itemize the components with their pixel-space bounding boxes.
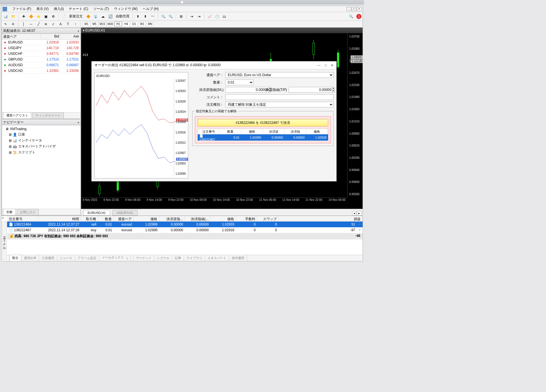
tab-symbols[interactable]: 通貨ペアリスト [3, 112, 31, 118]
market-watch-row[interactable]: ◆GBPUSD1.175101.17531 [2, 57, 80, 62]
terminal-icon[interactable]: ▣ [43, 13, 49, 20]
timeframe-M1[interactable]: M1 [83, 22, 90, 26]
new-order-button[interactable]: 新規注文 [68, 14, 84, 19]
term-col[interactable]: 決済逆指... [159, 216, 185, 221]
term-col[interactable]: 価格 [134, 216, 159, 221]
text-icon[interactable]: A [57, 21, 64, 27]
timeframe-M5[interactable]: M5 [91, 22, 98, 26]
terminal-tab[interactable]: エキスパート [205, 255, 229, 261]
input-tp[interactable]: ▲▼ [289, 87, 317, 93]
terminal-tab[interactable]: 操作履歴 [229, 255, 247, 261]
zoom-in-icon[interactable]: 🔍 [160, 13, 166, 20]
timeframe-MN[interactable]: MN [146, 22, 154, 26]
menu-view[interactable]: 表示 (V) [34, 6, 51, 12]
meta-icon[interactable]: 🔶 [85, 13, 91, 20]
term-col[interactable]: 時間 [38, 216, 81, 221]
search-icon[interactable]: 🔍 [348, 13, 354, 20]
select-volume[interactable]: 0.01 [225, 80, 254, 85]
tab-favorites[interactable]: お気に入り [17, 209, 39, 215]
line-chart-icon[interactable]: 〰 [150, 13, 156, 20]
term-col[interactable]: 価格 [210, 216, 236, 221]
tile-icon[interactable]: ⊞ [178, 13, 184, 20]
terminal-close-icon[interactable]: × [2, 216, 4, 220]
vline-icon[interactable]: │ [20, 21, 27, 27]
opposite-order-row[interactable]: 📄 1362224670.011.029850.000000.000001.02… [198, 134, 328, 141]
market-watch-row[interactable]: ◆AUDUSD0.666710.66687 [2, 62, 80, 68]
menu-chart[interactable]: チャート (C) [67, 6, 90, 12]
terminal-tab[interactable]: 記事 [172, 255, 184, 261]
new-chart-icon[interactable]: 📊 [3, 13, 9, 20]
tree-item[interactable]: ⊞🤖エキスパートアドバイザ [3, 143, 79, 149]
zoom-out-icon[interactable]: 🔍 [167, 13, 174, 20]
maximize-button[interactable]: □ [352, 7, 356, 11]
chart-tab[interactable]: USDJPY,H1 [112, 210, 138, 216]
dialog-close-icon[interactable]: ✕ [331, 63, 334, 67]
menu-file[interactable]: ファイル (F) [10, 6, 34, 12]
market-watch-row[interactable]: ◆USDCHF0.947710.94790 [2, 51, 80, 57]
signal-icon[interactable]: 📡 [92, 13, 99, 20]
terminal-tab[interactable]: シグナル [154, 255, 172, 261]
term-col[interactable]: スワップ [257, 216, 279, 221]
shift-icon[interactable]: ⇥ [189, 13, 195, 20]
tree-item[interactable]: ⊞📊インディケータ [3, 137, 79, 143]
autotrade-icon[interactable]: 🔄 [107, 13, 113, 20]
order-icon[interactable]: 📄 [61, 13, 67, 20]
indicator-icon[interactable]: 📈 [206, 13, 213, 20]
timeframe-M30[interactable]: M30 [107, 22, 114, 26]
timeframe-D1[interactable]: D1 [131, 22, 138, 26]
terminal-tab[interactable]: マーケット [133, 255, 154, 261]
crosshair-icon[interactable]: ✛ [10, 21, 16, 27]
autoscroll-icon[interactable]: ⇥ [196, 13, 202, 20]
term-col[interactable]: 決済指値(... [185, 216, 210, 221]
notification-badge[interactable]: 1 [356, 14, 361, 19]
select-pair[interactable]: EURUSD, Euro vs US Dollar [225, 72, 334, 78]
terminal-tab[interactable]: ライブラリ [184, 255, 205, 261]
dialog-maximize-icon[interactable]: □ [325, 63, 327, 67]
channel-icon[interactable]: ≋ [43, 21, 49, 27]
terminal-tab[interactable]: アラーム設定 [75, 255, 99, 261]
terminal-tab[interactable]: 口座履歴 [39, 255, 57, 261]
chart-tab-active[interactable]: EURUSD,H1 [83, 210, 110, 216]
arrow-icon[interactable]: ↑ [72, 21, 78, 27]
market-watch-row[interactable]: ◆EURUSD1.029161.02933 [2, 39, 80, 45]
input-sl[interactable]: ▲▼ [225, 87, 254, 93]
market-watch-row[interactable]: ◆USDCAD1.329811.33006 [2, 68, 80, 74]
tab-general[interactable]: 全般 [3, 209, 16, 215]
order-row[interactable]: 📄 1362224642022.11.14 12:37:27sell0.01eu… [7, 222, 363, 227]
cloud-icon[interactable]: ☁ [100, 13, 106, 20]
timeframe-W1[interactable]: W1 [138, 22, 146, 26]
term-col[interactable]: 注文番号 [7, 216, 38, 221]
menu-window[interactable]: ウィンドウ (W) [112, 6, 140, 12]
tab-prev-icon[interactable]: ◄ [352, 211, 357, 216]
input-comment[interactable] [225, 94, 334, 100]
period-icon[interactable]: 🕐 [214, 13, 220, 20]
order-row[interactable]: 📄 1362224672022.11.14 12:37:28buy0.01eur… [7, 227, 363, 233]
template-icon[interactable]: 🗂 [221, 13, 228, 20]
trend-icon[interactable]: ╱ [35, 21, 42, 27]
minimize-button[interactable]: – [347, 7, 351, 11]
terminal-tab[interactable]: メールボックス⁊ [99, 255, 133, 261]
pane-close-icon[interactable]: × [78, 29, 79, 33]
term-col[interactable]: 通貨ペア [114, 216, 134, 221]
menu-insert[interactable]: 挿入(I) [51, 6, 66, 12]
select-ordertype[interactable]: 両建て解除:対象玉を指定 [225, 102, 334, 107]
star-icon[interactable]: ⭐ [35, 13, 42, 20]
autotrade-button[interactable]: 自動売買 [115, 14, 131, 19]
tab-next-icon[interactable]: ► [357, 211, 361, 216]
term-col[interactable]: 数量 [98, 216, 114, 221]
label-icon[interactable]: T [65, 21, 71, 27]
hline-icon[interactable]: ─ [28, 21, 34, 27]
candle-icon[interactable]: ⬍ [142, 13, 148, 20]
timeframe-H1[interactable]: H1 [115, 22, 122, 26]
term-col[interactable]: 手数料 [236, 216, 257, 221]
tab-tick[interactable]: ティックチャート [32, 112, 64, 118]
menu-help[interactable]: ヘルプ (H) [140, 6, 161, 12]
close-order-icon[interactable]: × [357, 228, 363, 233]
menu-tool[interactable]: ツール (T) [91, 6, 111, 12]
market-watch-row[interactable]: ◆USDJPY140.710140.726 [2, 45, 80, 51]
dialog-minimize-icon[interactable]: — [317, 63, 321, 67]
timeframe-H4[interactable]: H4 [123, 22, 130, 26]
cursor-icon[interactable]: ↖ [3, 21, 9, 27]
term-col[interactable]: 取引種別 [81, 216, 98, 221]
terminal-tab[interactable]: ニュース [57, 255, 75, 261]
